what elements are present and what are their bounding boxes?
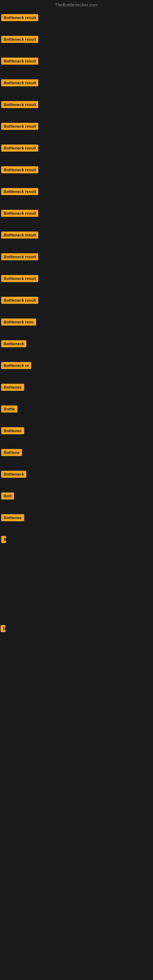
bottleneck-badge-1: Bottleneck result [1, 36, 38, 43]
bottleneck-item-16: Bottleneck re [1, 360, 153, 371]
bottleneck-item-12: Bottleneck result [1, 272, 153, 285]
bottleneck-item-22: Bott [1, 490, 153, 502]
far-bottleneck-item: B [0, 623, 153, 635]
bottleneck-badge-12: Bottleneck result [1, 275, 38, 282]
bottleneck-item-15: Bottleneck [1, 338, 153, 350]
bottleneck-item-20: Bottlene [1, 447, 153, 458]
item-spacer-7 [1, 176, 153, 186]
bottleneck-badge-7: Bottleneck result [1, 166, 38, 173]
bottleneck-badge-24: B [1, 536, 6, 543]
item-spacer-20 [1, 458, 153, 468]
item-spacer-12 [1, 285, 153, 294]
bottleneck-item-6: Bottleneck result [1, 142, 153, 154]
bottleneck-item-17: Bottlenec [1, 381, 153, 393]
bottleneck-badge-22: Bott [1, 492, 14, 500]
bottleneck-item-1: Bottleneck result [1, 33, 153, 45]
bottleneck-item-3: Bottleneck result [1, 77, 153, 89]
bottleneck-badge-10: Bottleneck result [1, 232, 38, 239]
bottleneck-badge-17: Bottlenec [1, 384, 24, 391]
bottleneck-item-5: Bottleneck result [1, 120, 153, 132]
bottleneck-badge-2: Bottleneck result [1, 57, 38, 65]
item-spacer-22 [1, 502, 153, 512]
bottleneck-item-23: Bottlenec [1, 512, 153, 524]
bottleneck-badge-0: Bottleneck result [1, 14, 38, 21]
bottleneck-badge-16: Bottleneck re [1, 362, 31, 369]
item-spacer-8 [1, 197, 153, 207]
spacer-1 [0, 555, 153, 623]
item-spacer-19 [1, 437, 153, 447]
bottleneck-item-18: Bottle [1, 403, 153, 415]
bottleneck-badge-13: Bottleneck result [1, 297, 38, 304]
bottleneck-badge-21: Bottleneck [1, 471, 26, 478]
bottleneck-item-19: Bottlenec [1, 425, 153, 437]
bottleneck-item-4: Bottleneck result [1, 99, 153, 111]
site-header: TheBottlenecker.com [0, 0, 153, 10]
bottleneck-item-0: Bottleneck result [1, 12, 153, 24]
item-spacer-1 [1, 45, 153, 55]
bottleneck-badge-6: Bottleneck result [1, 145, 38, 151]
spacer-4 [0, 769, 153, 837]
item-spacer-13 [1, 306, 153, 316]
bottleneck-badge-20: Bottlene [1, 449, 22, 456]
item-spacer-18 [1, 415, 153, 425]
item-spacer-23 [1, 524, 153, 533]
item-spacer-2 [1, 67, 153, 77]
bottleneck-item-21: Bottleneck [1, 468, 153, 480]
item-spacer-11 [1, 263, 153, 272]
spacer-3 [0, 702, 153, 769]
bottleneck-badge-23: Bottlenec [1, 514, 24, 521]
item-spacer-3 [1, 89, 153, 99]
item-spacer-17 [1, 393, 153, 403]
item-spacer-0 [1, 24, 153, 33]
bottleneck-badge-3: Bottleneck result [1, 79, 38, 86]
bottleneck-item-11: Bottleneck result [1, 251, 153, 263]
bottleneck-badge-14: Bottleneck resu [1, 318, 36, 326]
bottleneck-badge-4: Bottleneck result [1, 101, 38, 108]
bottleneck-item-13: Bottleneck result [1, 294, 153, 306]
bottleneck-item-10: Bottleneck result [1, 229, 153, 241]
bottleneck-item-7: Bottleneck result [1, 164, 153, 176]
item-spacer-15 [1, 350, 153, 360]
bottleneck-badge-11: Bottleneck result [1, 253, 38, 260]
bottleneck-badge-15: Bottleneck [1, 340, 26, 347]
far-bottleneck-badge: B [1, 625, 5, 632]
site-title: TheBottlenecker.com [55, 2, 98, 7]
bottleneck-badge-5: Bottleneck result [1, 123, 38, 130]
bottleneck-item-8: Bottleneck result [1, 186, 153, 197]
bottleneck-item-14: Bottleneck resu [1, 316, 153, 328]
item-spacer-4 [1, 111, 153, 120]
item-spacer-10 [1, 241, 153, 251]
items-container: Bottleneck resultBottleneck resultBottle… [0, 10, 153, 555]
item-spacer-24 [1, 546, 153, 555]
item-spacer-16 [1, 371, 153, 381]
bottleneck-badge-18: Bottle [1, 406, 18, 412]
item-spacer-5 [1, 132, 153, 142]
bottleneck-badge-9: Bottleneck result [1, 210, 38, 217]
bottleneck-badge-8: Bottleneck result [1, 188, 38, 195]
bottleneck-item-2: Bottleneck result [1, 55, 153, 67]
bottleneck-item-24: B [1, 533, 153, 546]
bottleneck-badge-19: Bottlenec [1, 427, 24, 434]
spacer-2 [0, 635, 153, 702]
item-spacer-14 [1, 328, 153, 338]
item-spacer-21 [1, 480, 153, 490]
item-spacer-9 [1, 219, 153, 229]
item-spacer-6 [1, 154, 153, 164]
bottleneck-item-9: Bottleneck result [1, 207, 153, 219]
